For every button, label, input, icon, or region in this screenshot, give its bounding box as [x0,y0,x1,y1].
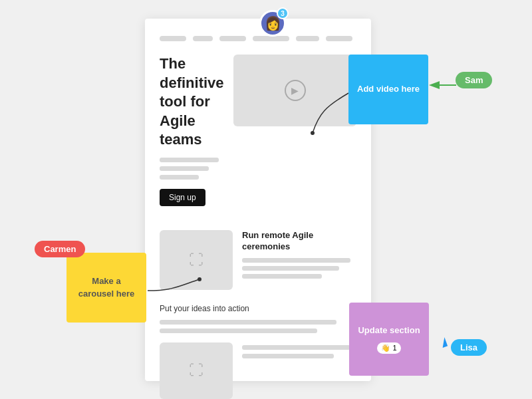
user-label-sam: Sam [456,72,492,88]
content-line [242,266,339,271]
bottom-image-placeholder: ⛶ [160,342,233,399]
reaction-count: 1 [392,344,396,352]
sticky-blue-text: Add video here [357,83,420,95]
image-icon: ⛶ [189,362,203,379]
reaction-emoji: 👋 [381,344,390,352]
nav-pill [296,36,319,41]
video-placeholder: ▶ [233,55,356,126]
bottom-section: Put your ideas into action ⛶ [160,303,356,399]
bottom-content-lines [160,320,356,333]
feature-row: ⛶ Run remote Agile ceremonies [160,230,356,290]
play-triangle: ▶ [291,85,299,96]
user-avatar-container: 👩 3 [259,10,286,37]
sticky-note-yellow[interactable]: Make a carousel here [66,253,146,323]
play-icon: ▶ [285,80,306,101]
hero-section: The definitive tool for Agile teams Sign… [160,55,356,217]
sticky-note-blue[interactable]: Add video here [348,55,428,124]
content-line [160,320,336,325]
nav-pill [160,36,186,41]
bottom-title: Put your ideas into action [160,303,356,315]
content-line [160,175,199,180]
image-icon: ⛶ [189,251,203,269]
sticky-purple-text: Update section [358,325,420,336]
bottom-row: ⛶ [160,342,356,399]
avatar-badge: 3 [277,7,289,19]
content-line [242,274,322,279]
content-line [160,158,219,162]
content-line [242,354,334,358]
content-line [242,258,350,263]
content-line [160,166,209,171]
reaction-badge: 👋 1 [377,342,400,354]
nav-pill [253,36,289,41]
content-line [160,329,317,333]
feature-lines [242,258,356,279]
feature-image-placeholder: ⛶ [160,230,233,290]
user-label-lisa: Lisa [451,339,487,356]
cursor-arrow-lisa [440,337,448,348]
hero-left: The definitive tool for Agile teams Sign… [160,55,225,217]
nav-pill [326,36,352,41]
nav-bar [160,36,356,41]
hero-title: The definitive tool for Agile teams [160,55,225,150]
sticky-note-purple[interactable]: Update section 👋 1 [349,303,429,376]
sticky-yellow-text: Make a carousel here [74,275,138,299]
hero-content-lines [160,158,225,180]
feature-text: Run remote Agile ceremonies [242,230,356,288]
bottom-text [242,342,356,399]
content-line [242,345,350,350]
signup-button[interactable]: Sign up [160,189,205,206]
user-label-carmen: Carmen [35,241,85,257]
feature-title: Run remote Agile ceremonies [242,230,356,253]
wireframe-card: The definitive tool for Agile teams Sign… [145,19,371,381]
nav-pill [219,36,246,41]
nav-pill [193,36,213,41]
